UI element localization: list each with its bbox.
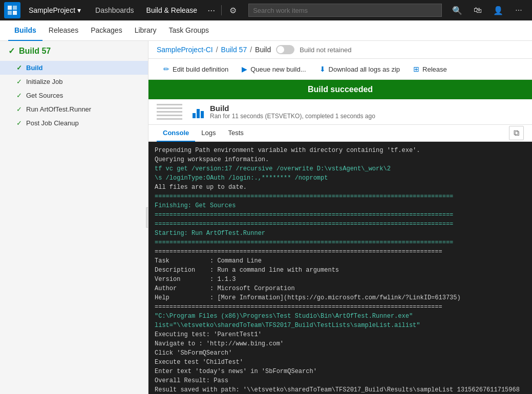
sidebar-item-label: Build <box>26 64 43 72</box>
sep-line-4 <box>157 115 182 116</box>
bar-2 <box>197 109 200 118</box>
retain-toggle[interactable] <box>276 45 294 54</box>
console-line: ========================================… <box>155 238 526 247</box>
download-logs-button[interactable]: ⬇ Download all logs as zip <box>313 62 407 76</box>
console-line: \s /loginType:OAuth /login:.,******** /n… <box>155 173 526 183</box>
sidebar-item-run-artoftest[interactable]: ✓ Run ArtOfTest.Runner <box>0 102 148 116</box>
console-line: Version : 1.1.3 <box>155 275 526 284</box>
nav-icons: 🔍 🛍 👤 ··· <box>448 1 528 19</box>
item-check-icon: ✓ <box>16 105 22 113</box>
console-line: "C:\Program Files (x86)\Progress\Test St… <box>155 312 526 321</box>
console-line: ========================================… <box>155 220 526 229</box>
item-check-icon: ✓ <box>16 64 22 72</box>
console-line: Executing test: 'ParentTest1' <box>155 330 526 339</box>
content-area: SampleProject-CI / Build 57 / Build Buil… <box>148 41 532 394</box>
sep-line-2 <box>157 107 182 109</box>
tab-logs[interactable]: Logs <box>195 125 222 142</box>
tab-console[interactable]: Console <box>157 125 195 142</box>
nav-build-release[interactable]: Build & Release <box>140 0 204 20</box>
gear-icon[interactable]: ⚙ <box>224 1 242 19</box>
tab-builds[interactable]: Builds <box>8 21 42 41</box>
app-logo <box>4 2 20 18</box>
tab-releases[interactable]: Releases <box>42 21 84 41</box>
console-line: Navigate to : 'http://www.bing.com' <box>155 339 526 348</box>
search-input[interactable] <box>248 4 442 17</box>
notification-icon[interactable]: 🛍 <box>469 1 487 19</box>
tab-packages[interactable]: Packages <box>84 21 128 41</box>
console-line: Execute test 'ChildTest' <box>155 358 526 367</box>
breadcrumb-build-link[interactable]: Build 57 <box>221 46 247 54</box>
action-toolbar: ✏ Edit build definition ▶ Queue new buil… <box>148 59 532 80</box>
build-meta-label: Ran for 11 seconds (ETSVETKO), completed… <box>210 113 375 120</box>
release-icon: ⊞ <box>413 65 419 73</box>
svg-rect-0 <box>8 6 12 10</box>
release-button[interactable]: ⊞ Release <box>407 62 454 76</box>
console-line: Click 'SbFormQSearch' <box>155 348 526 358</box>
project-selector[interactable]: SampleProject ▾ <box>25 0 85 20</box>
sidebar-item-initialize-job[interactable]: ✓ Initialize Job <box>0 75 148 89</box>
build-success-banner: Build succeeded <box>148 80 532 99</box>
build-bar-chart-icon <box>193 106 204 118</box>
console-line: ========================================… <box>155 192 526 201</box>
tab-tests[interactable]: Tests <box>222 125 250 142</box>
item-check-icon: ✓ <box>16 92 22 99</box>
copy-console-button[interactable]: ⧉ <box>509 126 524 140</box>
build-breadcrumb-header: SampleProject-CI / Build 57 / Build Buil… <box>148 41 532 59</box>
secondary-navigation: Builds Releases Packages Library Task Gr… <box>0 20 532 41</box>
sidebar-item-get-sources[interactable]: ✓ Get Sources <box>0 89 148 102</box>
build-not-retained-label: Build not retained <box>300 46 351 54</box>
search-bar <box>248 4 442 17</box>
build-info-row: Build Ran for 11 seconds (ETSVETKO), com… <box>148 99 532 125</box>
sidebar-build-label: Build 57 <box>19 47 51 56</box>
build-success-check-icon: ✓ <box>8 46 15 56</box>
chevron-down-icon: ▾ <box>77 6 81 14</box>
console-line: tf vc get /version:17 /recursive /overwr… <box>155 164 526 173</box>
console-line: Finishing: Get Sources <box>155 201 526 210</box>
queue-new-build-button[interactable]: ▶ Queue new build... <box>235 62 312 76</box>
download-icon: ⬇ <box>320 65 326 73</box>
sep-line-5 <box>157 118 182 120</box>
tab-library[interactable]: Library <box>129 21 163 41</box>
success-banner-text: Build succeeded <box>308 85 373 94</box>
top-navigation: SampleProject ▾ Dashboards Build & Relea… <box>0 0 532 20</box>
svg-rect-2 <box>8 11 12 15</box>
console-output[interactable]: Prepending Path environment variable wit… <box>148 142 532 394</box>
sidebar-item-label: Run ArtOfTest.Runner <box>26 105 91 113</box>
build-separator-lines <box>157 103 182 120</box>
breadcrumb-separator2: / <box>250 46 252 54</box>
search-icon[interactable]: 🔍 <box>448 1 466 19</box>
overflow-menu-icon[interactable]: ··· <box>509 1 528 19</box>
main-layout: ✓ Build 57 ✓ Build ✓ Initialize Job ✓ Ge… <box>0 41 532 394</box>
console-line: Overall Result: Pass <box>155 376 526 385</box>
tab-task-groups[interactable]: Task Groups <box>162 21 215 41</box>
sidebar-item-label: Post Job Cleanup <box>26 119 79 127</box>
bar-1 <box>193 113 196 118</box>
console-line: Task : Command Line <box>155 256 526 266</box>
console-line: Prepending Path environment variable wit… <box>155 146 526 155</box>
edit-icon: ✏ <box>163 65 169 73</box>
bar-3 <box>201 111 204 118</box>
queue-icon: ▶ <box>242 65 247 73</box>
breadcrumb-project-link[interactable]: SampleProject-CI <box>157 46 213 54</box>
console-line: Description : Run a command line with ar… <box>155 266 526 275</box>
item-check-icon: ✓ <box>16 78 22 85</box>
sidebar-item-post-job-cleanup[interactable]: ✓ Post Job Cleanup <box>0 116 148 130</box>
console-line: Starting: Run ArtOfTest.Runner <box>155 229 526 238</box>
console-line: All files are up to date. <box>155 183 526 192</box>
console-line: ========================================… <box>155 210 526 220</box>
console-line: Help : [More Information](https://go.mic… <box>155 293 526 302</box>
breadcrumb-separator: / <box>216 46 218 54</box>
nav-more-button[interactable]: ··· <box>203 5 219 16</box>
download-logs-label: Download all logs as zip <box>329 65 400 73</box>
sidebar-item-build[interactable]: ✓ Build <box>0 61 148 75</box>
svg-rect-1 <box>13 6 17 10</box>
sidebar-item-label: Get Sources <box>26 92 63 99</box>
sep-line-3 <box>157 111 182 113</box>
console-line: Querying workspace information. <box>155 155 526 164</box>
edit-build-definition-button[interactable]: ✏ Edit build definition <box>157 62 235 76</box>
project-name: SampleProject <box>29 6 75 14</box>
edit-build-def-label: Edit build definition <box>173 65 228 73</box>
nav-dashboards[interactable]: Dashboards <box>89 0 140 20</box>
nav-separator <box>221 5 222 15</box>
user-icon[interactable]: 👤 <box>489 1 507 19</box>
